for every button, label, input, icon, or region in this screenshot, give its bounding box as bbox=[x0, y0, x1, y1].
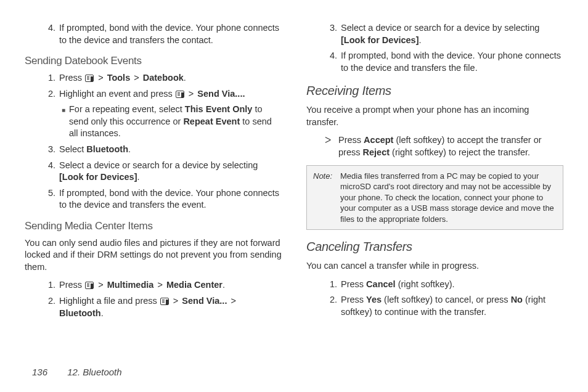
list-item: 1. Press > Tools > Datebook. bbox=[43, 72, 282, 84]
step-text: Select a device or search for a device b… bbox=[59, 160, 282, 184]
bold-text: Media Center bbox=[166, 280, 223, 290]
bold-text: Send Via.... bbox=[197, 89, 245, 99]
step-text: Highlight a file and press > Send Via...… bbox=[59, 295, 282, 319]
left-column: 4. If prompted, bond with the device. Yo… bbox=[25, 18, 282, 323]
step-number: 2. bbox=[43, 88, 55, 100]
list-item: 4. If prompted, bond with the device. Yo… bbox=[325, 50, 563, 74]
step-text: Select a device or search for a device b… bbox=[341, 22, 563, 46]
step-text: If prompted, bond with the device. Your … bbox=[59, 187, 282, 211]
list-item: 3. Select Bluetooth. bbox=[43, 144, 282, 156]
list-item: 4. Select a device or search for a devic… bbox=[43, 160, 282, 184]
heading-sending-datebook: Sending Datebook Events bbox=[25, 55, 282, 67]
step-number: 2. bbox=[325, 294, 337, 318]
bold-text: Reject bbox=[363, 147, 390, 157]
text: For a repeating event, select bbox=[69, 104, 185, 114]
text: . bbox=[223, 280, 225, 290]
note-label: Note: bbox=[313, 171, 340, 225]
step-text: Press Accept (left softkey) to accept th… bbox=[338, 134, 563, 158]
bold-text: Accept bbox=[364, 135, 393, 145]
step-text: Press Yes (left softkey) to cancel, or p… bbox=[341, 294, 563, 318]
chevron-icon: > bbox=[231, 296, 235, 306]
chevron-icon: > bbox=[157, 280, 162, 290]
step-text: Highlight an event and press > Send Via.… bbox=[59, 88, 282, 100]
list-item: ᐳ Press Accept (left softkey) to accept … bbox=[325, 134, 563, 158]
step-number: 4. bbox=[43, 22, 55, 46]
step-text: For a repeating event, select This Event… bbox=[69, 104, 282, 140]
arrow-icon: ᐳ bbox=[325, 134, 338, 158]
text: Press bbox=[338, 135, 364, 145]
page-footer: 136 12. Bluetooth bbox=[32, 367, 122, 377]
text: (right softkey). bbox=[396, 279, 455, 289]
list-item: 1. Press > Multimedia > Media Center. bbox=[43, 279, 282, 292]
text: Highlight an event and press bbox=[59, 89, 175, 99]
page-columns: 4. If prompted, bond with the device. Yo… bbox=[25, 18, 563, 323]
text: Press bbox=[59, 280, 84, 290]
paragraph: You can only send audio files and pictur… bbox=[25, 237, 282, 274]
bold-text: Multimedia bbox=[107, 280, 154, 290]
step-text: Press > Tools > Datebook. bbox=[59, 72, 282, 84]
chapter-title: 12. Bluetooth bbox=[67, 367, 121, 377]
heading-canceling-transfers: Canceling Transfers bbox=[306, 240, 563, 254]
bold-text: [Look for Devices] bbox=[341, 35, 419, 45]
step-number: 1. bbox=[43, 72, 55, 84]
bold-text: Send Via... bbox=[182, 296, 227, 306]
list-item: 1. Press Cancel (right softkey). bbox=[325, 279, 563, 291]
chevron-icon: > bbox=[98, 73, 103, 83]
text: (left softkey) to cancel, or press bbox=[382, 295, 511, 304]
paragraph: You can cancel a transfer while in progr… bbox=[306, 260, 563, 272]
step-text: Press > Multimedia > Media Center. bbox=[59, 279, 282, 292]
bold-text: No bbox=[511, 295, 523, 304]
bullet-icon: ■ bbox=[62, 106, 69, 140]
bold-text: Repeat Event bbox=[183, 116, 240, 126]
step-number: 2. bbox=[43, 295, 55, 319]
step-text: If prompted, bond with the device. Your … bbox=[59, 22, 282, 46]
right-column: 3. Select a device or search for a devic… bbox=[306, 18, 563, 323]
step-number: 3. bbox=[325, 22, 337, 46]
menu-icon bbox=[160, 298, 169, 305]
chevron-icon: > bbox=[189, 89, 194, 99]
bold-text: Datebook bbox=[143, 73, 184, 83]
menu-icon bbox=[85, 75, 94, 82]
step-number: 4. bbox=[325, 50, 337, 74]
text: Highlight a file and press bbox=[59, 296, 160, 306]
step-text: Press Cancel (right softkey). bbox=[341, 279, 563, 291]
list-item: 2. Press Yes (left softkey) to cancel, o… bbox=[325, 294, 563, 318]
bold-text: [Look for Devices] bbox=[59, 172, 137, 182]
text: Select bbox=[59, 144, 86, 154]
note-box: Note: Media files transferred from a PC … bbox=[306, 165, 563, 231]
chevron-icon: > bbox=[173, 296, 178, 306]
chevron-icon: > bbox=[134, 73, 139, 83]
list-item: 2. Highlight an event and press > Send V… bbox=[43, 88, 282, 100]
page-number: 136 bbox=[32, 367, 47, 377]
text: Select a device or search for a device b… bbox=[59, 160, 258, 170]
text: (right softkey) to reject the transfer. bbox=[390, 147, 530, 157]
step-number: 5. bbox=[43, 187, 55, 211]
list-item: 2. Highlight a file and press > Send Via… bbox=[43, 295, 282, 319]
list-item: 4. If prompted, bond with the device. Yo… bbox=[43, 22, 282, 46]
bold-text: Bluetooth bbox=[59, 308, 101, 318]
step-text: If prompted, bond with the device. Your … bbox=[341, 50, 563, 74]
step-number: 1. bbox=[43, 279, 55, 292]
bold-text: Bluetooth bbox=[86, 144, 128, 154]
text: . bbox=[419, 35, 422, 45]
text: . bbox=[184, 73, 186, 83]
menu-icon bbox=[176, 91, 184, 98]
note-body: Media files transferred from a PC may be… bbox=[340, 171, 557, 225]
text: Press bbox=[59, 73, 84, 83]
list-item: 5. If prompted, bond with the device. Yo… bbox=[43, 187, 282, 211]
sub-list-item: ■ For a repeating event, select This Eve… bbox=[62, 104, 282, 140]
bold-text: Cancel bbox=[366, 279, 396, 289]
text: . bbox=[137, 172, 140, 182]
menu-icon bbox=[85, 282, 94, 289]
paragraph: You receive a prompt when your phone has… bbox=[306, 104, 563, 128]
text: . bbox=[101, 308, 104, 318]
bold-text: This Event Only bbox=[185, 104, 253, 114]
bold-text: Tools bbox=[107, 73, 131, 83]
text: Select a device or search for a device b… bbox=[341, 23, 539, 33]
step-number: 1. bbox=[325, 279, 337, 291]
heading-receiving-items: Receiving Items bbox=[306, 84, 563, 98]
step-number: 3. bbox=[43, 144, 55, 156]
heading-sending-media-center: Sending Media Center Items bbox=[25, 220, 282, 232]
text: Press bbox=[341, 279, 366, 289]
text: Press bbox=[341, 295, 366, 304]
